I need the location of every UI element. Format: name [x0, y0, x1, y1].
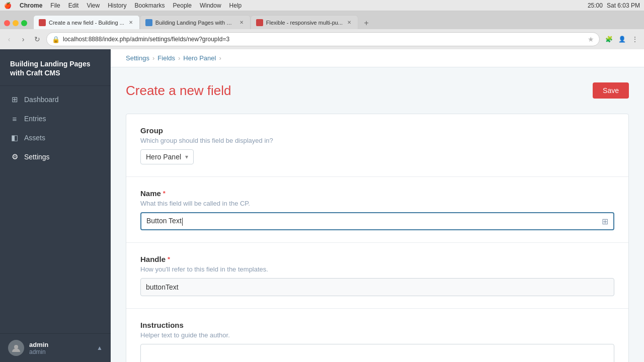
browser-chrome: Create a new field - Building ... ✕ Buil…	[0, 11, 644, 49]
back-button[interactable]: ‹	[4, 34, 14, 44]
sidebar-nav: ⊞ Dashboard ≡ Entries ◧ Assets ⚙ Setting…	[0, 86, 111, 333]
app-layout: Building Landing Pages with Craft CMS ⊞ …	[0, 49, 644, 362]
chrome-menu[interactable]: Chrome	[20, 2, 42, 9]
name-label: Name *	[140, 189, 614, 198]
user-info: admin admin	[29, 341, 92, 355]
user-avatar	[8, 340, 24, 356]
breadcrumb-hero-panel[interactable]: Hero Panel	[183, 54, 216, 62]
settings-icon: ⚙	[10, 152, 19, 161]
form-section: Group Which group should this field be d…	[126, 114, 629, 362]
user-name: admin	[29, 341, 92, 348]
group-select-chevron-icon: ▾	[185, 153, 188, 160]
view-menu[interactable]: View	[87, 2, 100, 9]
handle-label: Handle *	[140, 255, 614, 263]
content-area: Create a new field Save Group Which grou…	[111, 67, 644, 362]
group-label: Group	[140, 126, 614, 135]
instructions-label: Instructions	[140, 321, 614, 329]
handle-hint: How you'll refer to this field in the te…	[140, 265, 614, 273]
tab-building[interactable]: Building Landing Pages with C... ✕	[140, 15, 251, 29]
user-chevron-icon: ▲	[97, 344, 103, 351]
tab-create-field[interactable]: Create a new field - Building ... ✕	[33, 15, 140, 29]
date: Sat 6:03 PM	[607, 2, 640, 9]
tab-favicon-3	[256, 19, 263, 26]
apple-menu[interactable]: 🍎	[4, 2, 12, 9]
minimize-window-btn[interactable]	[13, 20, 19, 26]
tab-flexible[interactable]: Flexible - responsive multi-pu... ✕	[251, 15, 358, 29]
breadcrumb-sep-2: ›	[178, 54, 180, 62]
main-content: Settings › Fields › Hero Panel › Create …	[111, 49, 644, 362]
name-input-value: Button Text	[146, 217, 602, 225]
sidebar-item-dashboard[interactable]: ⊞ Dashboard	[0, 90, 111, 109]
handle-field: Handle * How you'll refer to this field …	[126, 243, 628, 308]
tab-title-1: Create a new field - Building ...	[49, 20, 124, 26]
extensions-icon[interactable]: 🧩	[604, 34, 614, 44]
user-role: admin	[29, 348, 92, 355]
help-menu[interactable]: Help	[229, 2, 242, 9]
breadcrumb-fields[interactable]: Fields	[157, 54, 175, 62]
address-bar: ‹ › ↻ 🔒 localhost:8888/index.php/admin/s…	[0, 29, 644, 49]
name-input[interactable]: Button Text ⊞	[140, 212, 614, 230]
name-required-star: *	[163, 190, 166, 197]
dashboard-icon: ⊞	[10, 95, 19, 104]
page-title: Create a new field	[126, 83, 231, 99]
page-header: Create a new field Save	[126, 82, 629, 99]
menubar-right: 25:00 Sat 6:03 PM	[588, 2, 640, 9]
copy-icon[interactable]: ⊞	[602, 217, 608, 226]
assets-icon: ◧	[10, 133, 19, 142]
tab-close-2[interactable]: ✕	[238, 19, 245, 26]
clock: 25:00	[588, 2, 603, 9]
breadcrumb-sep-3: ›	[219, 54, 221, 62]
sidebar-label-dashboard: Dashboard	[24, 96, 59, 104]
fullscreen-window-btn[interactable]	[21, 20, 27, 26]
sidebar-user[interactable]: admin admin ▲	[0, 333, 111, 362]
url-bar[interactable]: 🔒 localhost:8888/index.php/admin/setting…	[46, 32, 600, 46]
tab-bar: Create a new field - Building ... ✕ Buil…	[0, 11, 644, 29]
svg-point-0	[14, 345, 18, 349]
tab-title-3: Flexible - responsive multi-pu...	[266, 20, 343, 26]
save-button[interactable]: Save	[593, 82, 629, 99]
sidebar-item-settings[interactable]: ⚙ Settings	[0, 147, 111, 166]
tab-favicon-1	[39, 19, 46, 26]
tab-title-2: Building Landing Pages with C...	[155, 20, 235, 26]
more-options-icon[interactable]: ⋮	[630, 34, 640, 44]
handle-input[interactable]	[140, 278, 614, 296]
forward-button[interactable]: ›	[18, 34, 28, 44]
people-menu[interactable]: People	[173, 2, 192, 9]
tab-favicon-2	[145, 19, 152, 26]
close-window-btn[interactable]	[4, 20, 10, 26]
instructions-input[interactable]	[140, 344, 614, 362]
handle-required-star: *	[168, 255, 170, 263]
sidebar-item-assets[interactable]: ◧ Assets	[0, 128, 111, 147]
sidebar-label-entries: Entries	[24, 115, 46, 123]
bookmarks-menu[interactable]: Bookmarks	[135, 2, 165, 9]
sidebar: Building Landing Pages with Craft CMS ⊞ …	[0, 49, 111, 362]
breadcrumb: Settings › Fields › Hero Panel ›	[111, 49, 644, 67]
sidebar-title: Building Landing Pages with Craft CMS	[0, 49, 111, 86]
window-menu[interactable]: Window	[200, 2, 221, 9]
sidebar-label-assets: Assets	[24, 134, 45, 142]
instructions-field: Instructions Helper text to guide the au…	[126, 309, 628, 362]
edit-menu[interactable]: Edit	[68, 2, 79, 9]
profile-icon[interactable]: 👤	[617, 34, 627, 44]
entries-icon: ≡	[10, 114, 19, 123]
name-hint: What this field will be called in the CP…	[140, 200, 614, 207]
group-field: Group Which group should this field be d…	[126, 114, 628, 176]
address-bar-right: 🧩 👤 ⋮	[604, 34, 640, 44]
group-select-value: Hero Panel	[146, 153, 181, 161]
file-menu[interactable]: File	[50, 2, 60, 9]
mac-menubar: 🍎 Chrome File Edit View History Bookmark…	[0, 0, 644, 11]
tab-close-3[interactable]: ✕	[346, 19, 353, 26]
name-field: Name * What this field will be called in…	[126, 177, 628, 242]
new-tab-button[interactable]: +	[360, 17, 372, 29]
breadcrumb-settings[interactable]: Settings	[126, 54, 149, 62]
reload-button[interactable]: ↻	[32, 34, 42, 44]
group-hint: Which group should this field be display…	[140, 137, 614, 144]
sidebar-label-settings: Settings	[24, 153, 50, 161]
group-select[interactable]: Hero Panel ▾	[140, 149, 194, 164]
sidebar-item-entries[interactable]: ≡ Entries	[0, 109, 111, 128]
instructions-hint: Helper text to guide the author.	[140, 331, 614, 339]
breadcrumb-sep-1: ›	[152, 54, 154, 62]
history-menu[interactable]: History	[108, 2, 126, 9]
url-text: localhost:8888/index.php/admin/settings/…	[63, 36, 585, 43]
tab-close-1[interactable]: ✕	[127, 19, 134, 26]
